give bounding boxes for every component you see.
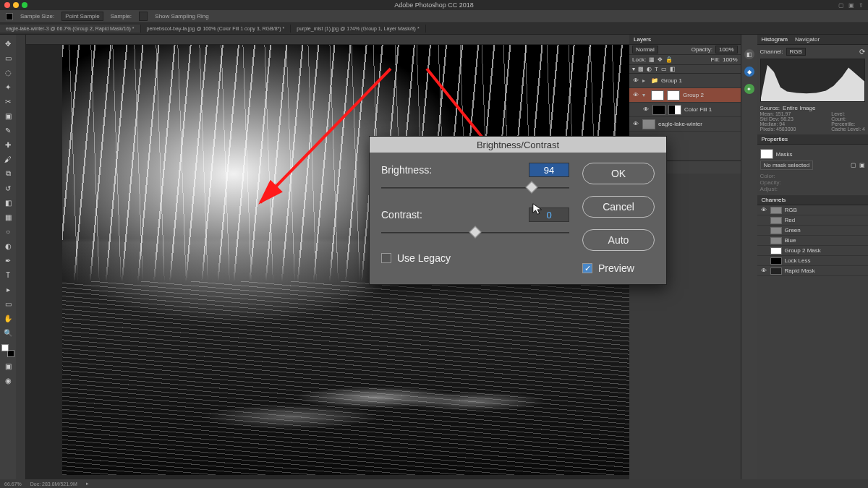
filter-shape-icon[interactable]: ▭ xyxy=(661,66,667,72)
marquee-tool-icon[interactable]: ▭ xyxy=(2,52,14,64)
layer-group-2-selected[interactable]: 👁 ▾ Group 2 xyxy=(629,88,741,103)
brightness-slider[interactable] xyxy=(381,181,569,194)
channel-rgb[interactable]: 👁RGB xyxy=(757,205,869,215)
frame-tool-icon[interactable]: ▣ xyxy=(2,110,14,121)
histogram-chart xyxy=(760,59,866,102)
status-chevron-icon[interactable]: ▸ xyxy=(86,481,89,487)
doc-tab-2[interactable]: purple_mist (1).jpg @ 174% (Group 1, Lay… xyxy=(291,25,425,33)
filter-pixel-icon[interactable]: ▩ xyxy=(638,66,644,72)
opacity-label: Opacity: xyxy=(692,46,712,53)
lock-position-icon[interactable]: ✥ xyxy=(658,56,663,63)
channel-green[interactable]: Green xyxy=(757,226,869,236)
crop-tool-icon[interactable]: ✂ xyxy=(2,95,14,107)
channels-panel: 👁RGB Red Green Blue Group 2 Mask Lock Le… xyxy=(757,205,869,479)
properties-tab-row: Properties xyxy=(757,134,869,145)
doc-tab-1[interactable]: pemebscot-bay-la.jpg @ 100% (Color Fill … xyxy=(141,25,292,33)
eraser-tool-icon[interactable]: ◧ xyxy=(2,197,14,208)
blend-mode-dropdown[interactable]: Normal xyxy=(632,46,658,53)
ruler-vertical[interactable] xyxy=(16,35,26,479)
screen-mode-icon[interactable]: ▣ xyxy=(2,360,14,372)
visibility-icon[interactable]: 👁 xyxy=(642,106,650,114)
add-mask-icon[interactable]: ▢ xyxy=(851,162,856,168)
lock-pixels-icon[interactable]: ▦ xyxy=(649,56,655,63)
contrast-label: Contrast: xyxy=(381,209,529,221)
library-panel-icon[interactable]: ◆ xyxy=(744,67,754,77)
app-title: Adobe Photoshop CC 2018 xyxy=(0,1,868,9)
sample-size-dropdown[interactable]: Point Sample xyxy=(61,12,103,21)
layer-label: Color Fill 1 xyxy=(684,106,712,113)
filter-adj-icon[interactable]: ◐ xyxy=(647,66,652,72)
titlebar: Adobe Photoshop CC 2018 ▢ ▣ ⇪ xyxy=(0,0,868,10)
opacity-field[interactable]: 100% xyxy=(715,46,737,53)
layer-thumb xyxy=(642,119,655,129)
eyedropper-tool-icon[interactable] xyxy=(6,13,13,20)
channel-lockless[interactable]: Lock Less xyxy=(757,256,869,266)
hand-tool-icon[interactable]: ✋ xyxy=(2,312,14,324)
blur-tool-icon[interactable]: ○ xyxy=(2,226,14,237)
histogram-tab[interactable]: Histogram xyxy=(762,36,788,43)
visibility-icon[interactable]: 👁 xyxy=(632,77,639,85)
add-vector-mask-icon[interactable]: ▣ xyxy=(859,162,865,168)
layers-panel-tab[interactable]: Layers xyxy=(629,35,741,45)
adjustments-panel-icon[interactable]: ✦ xyxy=(744,84,754,94)
layer-filter-icon[interactable]: ▾ xyxy=(632,66,635,72)
preview-checkbox[interactable]: Preview xyxy=(582,262,655,274)
brush-tool-icon[interactable]: 🖌 xyxy=(2,153,14,165)
visibility-icon[interactable]: 👁 xyxy=(632,92,639,99)
properties-tab[interactable]: Properties xyxy=(762,136,788,142)
channel-red[interactable]: Red xyxy=(757,215,869,226)
cancel-button[interactable]: Cancel xyxy=(582,196,655,218)
prop-adjust-label: Adjust: xyxy=(760,186,866,192)
healing-tool-icon[interactable]: ✚ xyxy=(2,139,14,150)
visibility-icon[interactable]: 👁 xyxy=(632,121,639,128)
pen-tool-icon[interactable]: ✒ xyxy=(2,254,14,266)
hist-channel-dropdown[interactable]: RGB xyxy=(786,48,806,56)
sample-dropdown[interactable] xyxy=(139,12,148,21)
shape-tool-icon[interactable]: ▭ xyxy=(2,298,14,309)
refresh-histogram-icon[interactable]: ⟳ xyxy=(859,48,865,56)
contrast-slider[interactable] xyxy=(381,226,569,239)
eyedropper-tool-icon[interactable]: ✎ xyxy=(2,124,14,136)
layer-thumb xyxy=(652,105,665,115)
prop-opacity-label: Opacity: xyxy=(760,179,866,186)
channels-tab[interactable]: Channels xyxy=(762,197,786,203)
auto-button[interactable]: Auto xyxy=(582,229,655,251)
path-select-icon[interactable]: ▸ xyxy=(2,283,14,295)
foreground-background-swatch[interactable] xyxy=(1,344,14,357)
ok-button[interactable]: OK xyxy=(582,163,655,184)
brightness-value-field[interactable]: 94 xyxy=(529,163,569,177)
layer-group-1[interactable]: 👁 ▸ 📁 Group 1 xyxy=(629,74,741,88)
doc-tab-0[interactable]: eagle-lake-winter-3 @ 66.7% (Group 2, Ra… xyxy=(0,25,141,33)
move-tool-icon[interactable]: ✥ xyxy=(2,38,14,49)
lasso-tool-icon[interactable]: ◌ xyxy=(2,67,14,78)
document-tabs: eagle-lake-winter-3 @ 66.7% (Group 2, Ra… xyxy=(0,23,868,35)
use-legacy-checkbox[interactable]: Use Legacy xyxy=(381,252,569,264)
layer-background[interactable]: 👁 eagle-lake-winter xyxy=(629,117,741,132)
channel-group2mask[interactable]: Group 2 Mask xyxy=(757,246,869,256)
contrast-value-field[interactable]: 0 xyxy=(529,207,569,222)
history-brush-icon[interactable]: ↺ xyxy=(2,182,14,194)
fill-field[interactable]: 100% xyxy=(723,56,737,63)
ruler-horizontal[interactable] xyxy=(26,35,629,45)
mask-thumb xyxy=(668,105,681,115)
channel-blue[interactable]: Blue xyxy=(757,236,869,246)
histogram-stats: Mean: 151.97 Std Dev: 98.23 Median: 94 P… xyxy=(760,111,866,132)
channel-rapidmask[interactable]: 👁Rapid Mask xyxy=(757,266,869,276)
color-panel-icon[interactable]: ◧ xyxy=(744,49,754,59)
type-tool-icon[interactable]: T xyxy=(2,269,14,281)
dodge-tool-icon[interactable]: ◐ xyxy=(2,240,14,252)
filter-smart-icon[interactable]: ◧ xyxy=(670,66,676,72)
zoom-tool-icon[interactable]: 🔍 xyxy=(2,327,14,338)
filter-type-icon[interactable]: T xyxy=(655,66,658,72)
gradient-tool-icon[interactable]: ▦ xyxy=(2,211,14,223)
hist-source-value[interactable]: Entire Image xyxy=(783,105,815,111)
quickmask-icon[interactable]: ◉ xyxy=(2,374,14,386)
navigator-tab[interactable]: Navigator xyxy=(795,36,820,43)
clone-tool-icon[interactable]: ⧉ xyxy=(2,168,14,179)
layer-colorfill[interactable]: 👁 Color Fill 1 xyxy=(629,103,741,117)
zoom-level[interactable]: 66.67% xyxy=(4,481,22,487)
fill-label: Fill: xyxy=(711,56,720,63)
lock-all-icon[interactable]: 🔒 xyxy=(665,56,673,63)
doc-info[interactable]: Doc: 283.8M/521.9M xyxy=(30,481,77,487)
quick-select-tool-icon[interactable]: ✦ xyxy=(2,81,14,93)
